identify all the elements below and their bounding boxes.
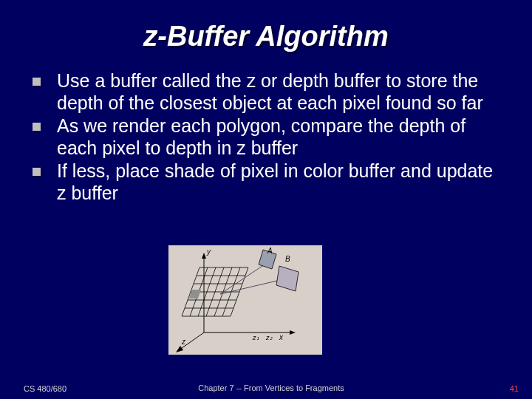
footer-chapter: Chapter 7 -- From Vertices to Fragments [188,383,353,393]
slide-content: Use a buffer called the z or depth buffe… [0,70,532,204]
footer-page-number: 41 [354,384,532,393]
polygon-b-label: B [285,255,290,263]
bullet-text: Use a buffer called the z or depth buffe… [57,70,499,114]
axis-x-label: x [279,333,284,341]
bullet-item: Use a buffer called the z or depth buffe… [33,70,499,114]
zbuffer-diagram: y x z A B z₁ z₂ [168,245,322,355]
polygon-a-label: A [267,247,273,255]
bullet-item: As we render each polygon, compare the d… [33,115,499,159]
axis-z-label: z [181,338,186,346]
bullet-text: As we render each polygon, compare the d… [57,115,499,159]
z1-label: z₁ [252,334,259,341]
z2-label: z₂ [265,334,273,341]
slide-footer: CS 480/680 Chapter 7 -- From Vertices to… [0,383,532,393]
bullet-square-icon [33,168,41,176]
bullet-item: If less, place shade of pixel in color b… [33,160,499,204]
bullet-text: If less, place shade of pixel in color b… [57,160,499,204]
bullet-square-icon [33,123,41,131]
bullet-square-icon [33,78,41,86]
axis-y-label: y [206,248,211,256]
footer-course: CS 480/680 [0,384,188,393]
slide-title: z-Buffer Algorithm [0,0,532,70]
